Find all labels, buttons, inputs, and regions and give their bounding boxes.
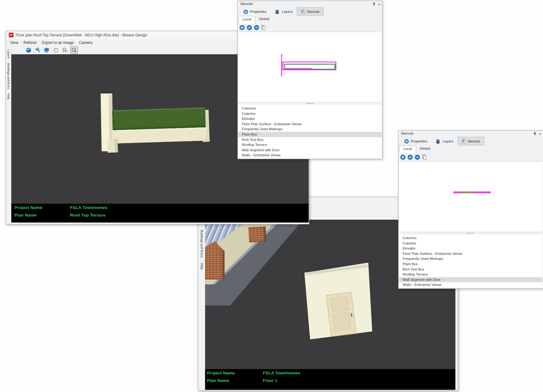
brick-column-3d: [248, 227, 266, 243]
stencil-toolbar: [239, 24, 266, 32]
stencil-item-rich-text-box[interactable]: Rich Text Box: [399, 267, 542, 272]
stencil-preview-plant-box[interactable]: [238, 32, 382, 102]
stencil-item-frequently-used-markups[interactable]: Frequently Used Markups: [399, 256, 542, 261]
project-name-label: Project Name: [14, 205, 42, 210]
project-name-label: Project Name: [207, 371, 235, 375]
stencils-icon: [301, 9, 305, 14]
window-title: Floor plan Roof Top Terrace [Greenfield …: [16, 33, 147, 37]
app-icon: FP: [9, 33, 14, 37]
stencil-item-elevator[interactable]: Elevator: [238, 116, 382, 121]
zoom-icon[interactable]: [61, 46, 69, 54]
stencil-item-frequently-used-markups[interactable]: Frequently Used Markups: [238, 126, 382, 132]
sidebar-tab-buildings-and-floors[interactable]: Buildings and floors: [7, 61, 10, 91]
properties-icon: [243, 9, 248, 14]
view-toolbar: [25, 46, 78, 54]
stencil-item-cubicles[interactable]: Cubicles: [399, 241, 542, 246]
window2-side-tabstrip: Buildings and floors Help: [198, 220, 205, 390]
stencil-list: Columns Cubicles Elevator Floor Plan Sur…: [238, 105, 382, 158]
subtab-global[interactable]: Global: [255, 16, 273, 23]
menu-refresh[interactable]: Refresh: [24, 40, 37, 45]
project-name-value: FSLA Townhomes: [70, 205, 107, 210]
door-panel: [332, 312, 351, 331]
subtab-global[interactable]: Global: [416, 146, 434, 153]
stencil-scope-tabs: Local Global: [238, 16, 273, 23]
add-stencil-icon[interactable]: [239, 25, 245, 30]
panel-title: Stencils: [401, 132, 414, 135]
plan-name-value: Floor 1: [263, 378, 277, 383]
panel-titlebar[interactable]: Stencils ×: [399, 131, 543, 137]
door-3d: [326, 292, 357, 337]
building-corner-3d: [205, 220, 309, 305]
tab-layers[interactable]: Layers: [431, 137, 458, 145]
stencil-preview-wall-segment[interactable]: [399, 161, 542, 232]
hedge-3d: [112, 107, 206, 131]
sidebar-tab-layers[interactable]: Layers: [7, 47, 10, 61]
stencil-item-columns[interactable]: Columns: [238, 106, 382, 111]
window1-side-tabstrip: Layers Buildings and floors Help: [6, 46, 11, 223]
stencil-item-cubicles[interactable]: Cubicles: [238, 111, 382, 116]
plan-name-label: Plan Name: [207, 378, 229, 383]
stencil-item-walls-enterprise-venue[interactable]: Walls - Enterprise Venue: [399, 282, 542, 287]
pin-icon[interactable]: [533, 132, 536, 137]
remove-stencil-icon[interactable]: [415, 154, 420, 160]
sidebar-tab-help[interactable]: Help: [7, 91, 10, 102]
tab-layers[interactable]: Layers: [270, 7, 297, 16]
panel-title: Stencils: [240, 2, 253, 6]
sidebar-tab-help[interactable]: Help: [200, 260, 204, 272]
layers-icon: [435, 139, 441, 144]
subtab-local[interactable]: Local: [399, 146, 416, 153]
stencil-toolbar: [400, 153, 427, 161]
stencil-item-floor-plan-surface[interactable]: Floor Plan Surface - Enterprise Venue: [238, 121, 382, 127]
stencil-item-rooftop-terrace[interactable]: Rooftop Terrace: [238, 142, 382, 148]
stencil-item-wall-segment-with-door[interactable]: Wall Segment with Door: [238, 148, 382, 153]
stencil-item-rooftop-terrace[interactable]: Rooftop Terrace: [399, 272, 542, 277]
menu-view[interactable]: View: [10, 40, 18, 45]
stencil-item-elevator[interactable]: Elevator: [399, 246, 542, 251]
door-panel: [330, 296, 349, 312]
stencils-panel: Stencils × Properties Layers Stencils Lo…: [398, 130, 543, 289]
paste-stencil-icon[interactable]: [261, 25, 266, 30]
close-icon[interactable]: ×: [378, 3, 380, 7]
rotate-3d-icon[interactable]: [25, 46, 32, 54]
panel-tabs: Properties Layers Stencils: [400, 137, 484, 145]
project-name-value: FSLA Townhomes: [263, 371, 300, 375]
tab-stencils[interactable]: Stencils: [458, 137, 484, 145]
plan-info-bar: Project Name FSLA Townhomes Plan Name Fl…: [205, 369, 455, 390]
stencil-item-plant-box[interactable]: Plant Box: [238, 132, 382, 137]
edit-stencil-icon[interactable]: [247, 25, 252, 30]
tab-stencils[interactable]: Stencils: [297, 7, 323, 16]
walk-through-icon[interactable]: [34, 46, 41, 54]
tab-properties[interactable]: Properties: [239, 7, 270, 16]
stencil-item-plant-box[interactable]: Plant Box: [399, 261, 542, 267]
wall-segment-with-door-3d: [303, 263, 376, 340]
stencil-item-floor-plan-surface[interactable]: Floor Plan Surface - Enterprise Venue: [399, 251, 542, 256]
sidebar-tab-buildings-and-floors[interactable]: Buildings and floors: [200, 227, 204, 260]
paste-stencil-icon[interactable]: [422, 154, 427, 160]
remove-stencil-icon[interactable]: [254, 25, 259, 30]
door-handle: [351, 313, 352, 317]
menu-export-to-an-image[interactable]: Export to an image: [42, 40, 74, 45]
panel-titlebar[interactable]: Stencils ×: [238, 1, 382, 7]
stencils-panel: Stencils × Properties Layers Stencils Lo…: [237, 1, 383, 159]
stencil-item-columns[interactable]: Columns: [399, 235, 542, 241]
panel-tabs: Properties Layers Stencils: [239, 7, 323, 16]
plan-name-label: Plan Name: [14, 213, 37, 217]
stencil-item-walls-enterprise-venue[interactable]: Walls - Enterprise Venue: [238, 153, 382, 158]
properties-icon: [404, 139, 409, 144]
tab-properties[interactable]: Properties: [400, 137, 431, 145]
stencil-item-rich-text-box[interactable]: Rich Text Box: [238, 137, 382, 142]
zoom-window-icon[interactable]: [70, 46, 78, 54]
add-stencil-icon[interactable]: [400, 154, 406, 160]
menu-camera[interactable]: Camera: [79, 40, 93, 45]
pin-icon[interactable]: [372, 2, 376, 8]
stencils-icon: [462, 139, 466, 143]
orbit-3d-icon[interactable]: [43, 46, 51, 54]
stencil-scope-tabs: Local Global: [399, 146, 434, 153]
subtab-local[interactable]: Local: [238, 16, 255, 24]
pan-hand-icon[interactable]: [52, 46, 60, 54]
edit-stencil-icon[interactable]: [407, 154, 413, 160]
plant-box-3d: [96, 89, 219, 157]
stencil-list: Columns Cubicles Elevator Floor Plan Sur…: [399, 234, 542, 288]
stencil-item-wall-segment-with-door[interactable]: Wall Segment with Door: [399, 277, 542, 282]
close-icon[interactable]: ×: [539, 132, 541, 136]
